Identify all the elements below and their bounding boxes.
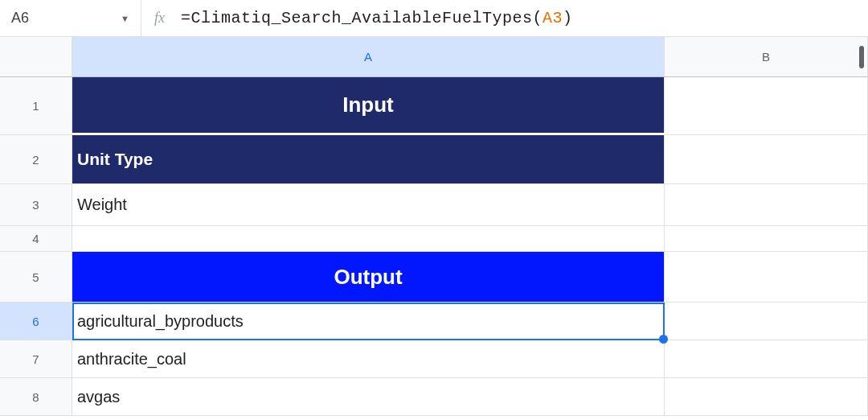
grid-content: 1 2 3 4 5 6 7 8 Input Unit Type Weight O… bbox=[0, 77, 868, 416]
row-header-5[interactable]: 5 bbox=[0, 252, 72, 303]
row-header-1[interactable]: 1 bbox=[0, 77, 72, 135]
fx-icon[interactable]: fx bbox=[141, 10, 178, 27]
column-header-b[interactable]: B bbox=[665, 37, 868, 77]
row-header-3[interactable]: 3 bbox=[0, 184, 72, 226]
cell-b5[interactable] bbox=[665, 252, 868, 303]
dropdown-icon[interactable]: ▼ bbox=[121, 14, 129, 23]
cell-b3[interactable] bbox=[665, 184, 868, 226]
cell-a2[interactable]: Unit Type bbox=[72, 135, 665, 184]
cell-b7[interactable] bbox=[665, 340, 868, 378]
column-header-a[interactable]: A bbox=[72, 37, 665, 77]
row-header-8[interactable]: 8 bbox=[0, 378, 72, 416]
formula-text-prefix: =Climatiq_Search_AvailableFuelTypes( bbox=[181, 9, 542, 27]
column-header-b-label: B bbox=[762, 50, 770, 64]
cell-b2[interactable] bbox=[665, 135, 868, 184]
scroll-indicator[interactable] bbox=[859, 46, 864, 68]
cell-b6[interactable] bbox=[665, 303, 868, 340]
cell-reference: A6 bbox=[11, 10, 114, 27]
cell-a4[interactable] bbox=[72, 226, 665, 252]
row-header-4[interactable]: 4 bbox=[0, 226, 72, 252]
cell-b4[interactable] bbox=[665, 226, 868, 252]
formula-text-suffix: ) bbox=[563, 9, 573, 27]
select-all-corner[interactable] bbox=[0, 37, 72, 77]
cell-a5[interactable]: Output bbox=[72, 252, 665, 303]
row-headers: 1 2 3 4 5 6 7 8 bbox=[0, 77, 72, 416]
cell-a1[interactable]: Input bbox=[72, 77, 665, 135]
cell-b1[interactable] bbox=[665, 77, 868, 135]
row-header-2[interactable]: 2 bbox=[0, 135, 72, 184]
formula-argument: A3 bbox=[542, 9, 563, 27]
cell-a7[interactable]: anthracite_coal bbox=[72, 340, 665, 378]
cell-a3[interactable]: Weight bbox=[72, 184, 665, 226]
cell-b8[interactable] bbox=[665, 378, 868, 416]
grid-body: Input Unit Type Weight Output agricultur… bbox=[72, 77, 868, 416]
cell-reference-box[interactable]: A6 ▼ bbox=[0, 0, 141, 36]
cell-a6[interactable]: agricultural_byproducts bbox=[72, 303, 665, 340]
row-header-6[interactable]: 6 bbox=[0, 303, 72, 340]
formula-bar: A6 ▼ fx =Climatiq_Search_AvailableFuelTy… bbox=[0, 0, 868, 37]
spreadsheet-grid: A B bbox=[0, 37, 868, 77]
row-header-7[interactable]: 7 bbox=[0, 340, 72, 378]
cell-a8[interactable]: avgas bbox=[72, 378, 665, 416]
formula-input[interactable]: =Climatiq_Search_AvailableFuelTypes(A3) bbox=[178, 9, 573, 27]
column-headers: A B bbox=[72, 37, 868, 77]
